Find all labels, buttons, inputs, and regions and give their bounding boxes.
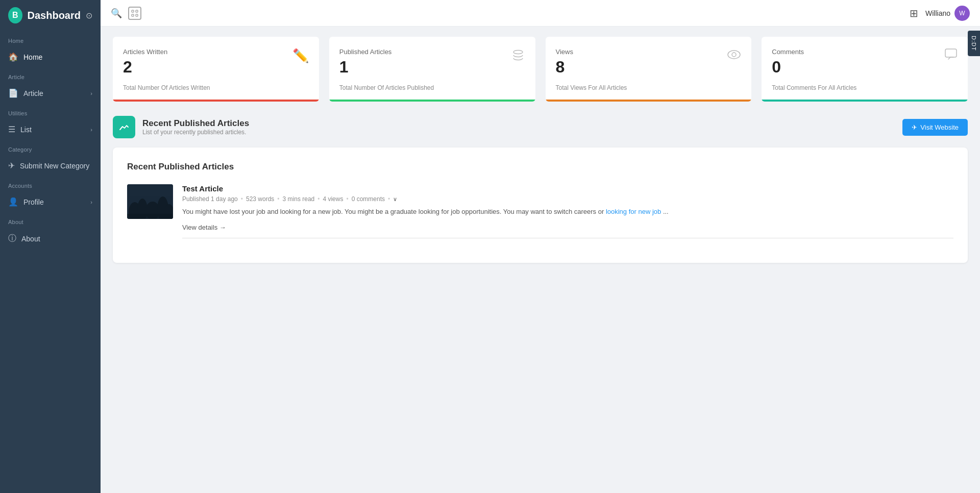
visit-website-button[interactable]: ✈ Visit Website bbox=[902, 119, 968, 136]
stats-row: Articles Written 2 ✏️ Total Number Of Ar… bbox=[113, 37, 968, 102]
topbar: 🔍 ⊞ Williano W bbox=[101, 0, 980, 27]
eye-icon bbox=[727, 48, 741, 64]
stat-card-views: Views 8 Total Views For All Articles bbox=[546, 37, 752, 102]
visit-label: Visit Website bbox=[920, 124, 959, 131]
stat-desc-comments: Total Comments For All Articles bbox=[772, 84, 958, 100]
stat-card-published: Published Articles 1 Total Number Of Art… bbox=[329, 37, 535, 102]
chevron-right-icon: › bbox=[90, 90, 92, 96]
avatar: W bbox=[954, 6, 970, 21]
stat-bar-cyan bbox=[762, 100, 968, 102]
stat-label-views: Views bbox=[556, 48, 573, 56]
section-utilities-label: Utilities bbox=[0, 103, 101, 119]
list-icon: ☰ bbox=[8, 125, 15, 134]
recent-subtitle: List of your recently published articles… bbox=[142, 129, 249, 136]
stat-value-views: 8 bbox=[556, 59, 573, 75]
meta-views: 4 views bbox=[323, 195, 343, 203]
chevron-down-icon[interactable]: ∨ bbox=[393, 196, 397, 203]
sidebar-item-about-label: About bbox=[21, 235, 40, 243]
section-about-label: About bbox=[0, 212, 101, 228]
excerpt-link[interactable]: looking for new job bbox=[606, 208, 661, 215]
topbar-user[interactable]: Williano W bbox=[925, 6, 970, 21]
stat-value-comments: 0 bbox=[772, 59, 804, 75]
logo-title: Dashboard bbox=[28, 10, 81, 21]
recent-text: Recent Published Articles List of your r… bbox=[142, 118, 249, 136]
svg-point-5 bbox=[728, 51, 740, 59]
about-icon: ⓘ bbox=[8, 233, 16, 244]
stat-label-articles-written: Articles Written bbox=[123, 48, 167, 56]
main-content: 🔍 ⊞ Williano W D:DT bbox=[101, 0, 980, 493]
sidebar-item-about[interactable]: ⓘ About bbox=[0, 228, 101, 249]
profile-icon: 👤 bbox=[8, 197, 18, 207]
stat-card-header: Comments 0 bbox=[772, 48, 958, 84]
layers-icon bbox=[511, 48, 525, 66]
meta-words: 523 words bbox=[246, 195, 274, 203]
svg-point-6 bbox=[732, 53, 736, 57]
meta-published: Published 1 day ago bbox=[182, 195, 238, 203]
logo-icon: B bbox=[8, 7, 22, 23]
stat-bar-orange bbox=[546, 100, 752, 102]
article-thumbnail bbox=[127, 184, 173, 219]
articles-card-title: Recent Published Articles bbox=[127, 162, 953, 172]
article-divider bbox=[182, 238, 953, 238]
svg-rect-0 bbox=[132, 10, 134, 12]
recent-title: Recent Published Articles bbox=[142, 118, 249, 129]
sidebar-item-article-label: Article bbox=[23, 89, 43, 97]
svg-rect-14 bbox=[127, 214, 173, 219]
stat-card-articles-written: Articles Written 2 ✏️ Total Number Of Ar… bbox=[113, 37, 319, 102]
stat-card-comments: Comments 0 Total Comments For All Articl… bbox=[762, 37, 968, 102]
sidebar-item-submit-category[interactable]: ✈ Submit New Category bbox=[0, 156, 101, 176]
recent-icon-box bbox=[113, 116, 135, 138]
chevron-right-icon: › bbox=[90, 199, 92, 205]
article-title: Test Article bbox=[182, 184, 953, 193]
pencil-icon: ✏️ bbox=[292, 48, 309, 64]
section-accounts-label: Accounts bbox=[0, 176, 101, 192]
svg-rect-2 bbox=[132, 14, 134, 16]
article-meta: Published 1 day ago • 523 words • 3 mins… bbox=[182, 195, 953, 203]
stat-label-published: Published Articles bbox=[339, 48, 392, 56]
stat-card-header: Published Articles 1 bbox=[339, 48, 525, 84]
sidebar-logo: B Dashboard ⊙ bbox=[0, 0, 101, 31]
visit-icon: ✈ bbox=[912, 124, 917, 131]
section-article-label: Article bbox=[0, 67, 101, 83]
articles-card: Recent Published Articles bbox=[113, 147, 968, 263]
svg-rect-3 bbox=[136, 14, 138, 16]
home-icon: 🏠 bbox=[8, 52, 18, 62]
side-tab[interactable]: D:DT bbox=[968, 31, 980, 56]
article-icon: 📄 bbox=[8, 88, 18, 98]
search-icon[interactable]: 🔍 bbox=[111, 8, 122, 19]
stat-desc-articles-written: Total Number Of Articles Written bbox=[123, 84, 309, 100]
stat-desc-published: Total Number Of Articles Published bbox=[339, 84, 525, 100]
section-category-label: Category bbox=[0, 139, 101, 156]
view-details-link[interactable]: View details → bbox=[182, 224, 226, 231]
sidebar-item-profile-label: Profile bbox=[23, 198, 44, 206]
submit-category-icon: ✈ bbox=[8, 161, 15, 170]
sidebar-toggle-icon[interactable]: ⊙ bbox=[86, 11, 92, 20]
meta-comments: 0 comments bbox=[352, 195, 385, 203]
grid-icon[interactable]: ⊞ bbox=[910, 7, 918, 19]
section-home-label: Home bbox=[0, 31, 101, 47]
scan-icon[interactable] bbox=[128, 7, 141, 20]
sidebar-item-home-label: Home bbox=[23, 53, 42, 61]
chevron-right-icon: › bbox=[90, 127, 92, 133]
list-item: Test Article Published 1 day ago • 523 w… bbox=[127, 184, 953, 238]
stat-bar-green bbox=[329, 100, 535, 102]
article-content: Test Article Published 1 day ago • 523 w… bbox=[182, 184, 953, 238]
recent-section-header: Recent Published Articles List of your r… bbox=[113, 116, 968, 138]
sidebar-item-home[interactable]: 🏠 Home bbox=[0, 47, 101, 67]
sidebar-item-profile[interactable]: 👤 Profile › bbox=[0, 192, 101, 212]
article-excerpt: You might have lost your job and looking… bbox=[182, 207, 953, 217]
sidebar-item-list[interactable]: ☰ List › bbox=[0, 119, 101, 139]
stat-bar-red bbox=[113, 100, 319, 102]
meta-read: 3 mins read bbox=[283, 195, 315, 203]
sidebar-item-list-label: List bbox=[20, 126, 32, 134]
topbar-username: Williano bbox=[925, 9, 950, 17]
stat-value-articles-written: 2 bbox=[123, 59, 167, 75]
topbar-right: ⊞ Williano W bbox=[910, 6, 970, 21]
stat-label-comments: Comments bbox=[772, 48, 804, 56]
stat-card-header: Views 8 bbox=[556, 48, 742, 84]
stat-card-header: Articles Written 2 ✏️ bbox=[123, 48, 309, 84]
sidebar: B Dashboard ⊙ Home 🏠 Home Article 📄 Arti… bbox=[0, 0, 101, 493]
sidebar-item-article[interactable]: 📄 Article › bbox=[0, 83, 101, 103]
content-area: Articles Written 2 ✏️ Total Number Of Ar… bbox=[101, 27, 980, 273]
comment-icon bbox=[944, 48, 958, 65]
